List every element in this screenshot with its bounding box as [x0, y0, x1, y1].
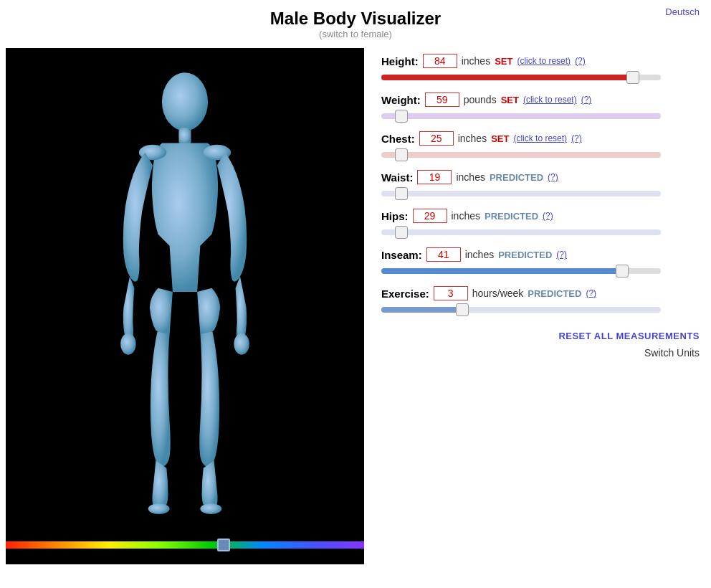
svg-point-7	[200, 503, 221, 514]
waist-label-row: Waist: inches PREDICTED (?)	[381, 170, 700, 184]
hips-slider-container	[381, 226, 700, 239]
weight-set[interactable]: SET	[501, 95, 519, 105]
hips-slider[interactable]	[381, 229, 661, 235]
switch-gender-anchor[interactable]: (switch to female)	[319, 29, 392, 39]
svg-rect-1	[178, 128, 191, 145]
body-visualizer	[6, 48, 364, 564]
exercise-input[interactable]	[434, 286, 468, 300]
waist-slider-container	[381, 187, 700, 200]
exercise-row: Exercise: hours/week PREDICTED (?)	[381, 286, 700, 316]
weight-label: Weight:	[381, 94, 421, 106]
chest-label: Chest:	[381, 133, 415, 145]
exercise-help[interactable]: (?)	[586, 288, 596, 298]
weight-label-row: Weight: pounds SET (click to reset) (?)	[381, 93, 700, 107]
hips-label: Hips:	[381, 210, 409, 222]
weight-unit: pounds	[464, 94, 497, 105]
body-figure	[6, 48, 364, 536]
main-layout: Height: inches SET (click to reset) (?) …	[0, 42, 711, 570]
bottom-buttons: RESET ALL MEASUREMENTS Switch Units	[381, 331, 700, 359]
exercise-slider[interactable]	[381, 307, 661, 313]
weight-row: Weight: pounds SET (click to reset) (?)	[381, 93, 700, 123]
chest-help[interactable]: (?)	[571, 133, 582, 143]
color-bar-slider[interactable]	[217, 539, 230, 551]
waist-label: Waist:	[381, 171, 413, 184]
exercise-label-row: Exercise: hours/week PREDICTED (?)	[381, 286, 700, 300]
waist-unit: inches	[456, 171, 485, 183]
body-svg	[77, 70, 292, 514]
language-link[interactable]: Deutsch	[665, 6, 700, 17]
hips-row: Hips: inches PREDICTED (?)	[381, 209, 700, 239]
svg-point-0	[162, 72, 208, 131]
chest-unit: inches	[458, 133, 487, 144]
height-row: Height: inches SET (click to reset) (?)	[381, 54, 700, 84]
page-header: Male Body Visualizer (switch to female)	[0, 0, 711, 42]
hips-input[interactable]	[413, 209, 447, 223]
svg-point-4	[120, 333, 135, 355]
height-input[interactable]	[423, 54, 457, 68]
height-slider[interactable]	[381, 75, 661, 80]
waist-predicted: PREDICTED	[490, 172, 543, 183]
inseam-label: Inseam:	[381, 249, 422, 261]
controls-panel: Height: inches SET (click to reset) (?) …	[364, 48, 711, 364]
waist-help[interactable]: (?)	[548, 172, 558, 182]
switch-gender-link[interactable]: (switch to female)	[0, 29, 711, 39]
weight-input[interactable]	[425, 93, 459, 107]
inseam-predicted: PREDICTED	[498, 250, 552, 260]
svg-point-6	[148, 503, 170, 514]
exercise-slider-container	[381, 303, 700, 316]
chest-slider-container	[381, 148, 700, 161]
svg-point-5	[234, 333, 249, 355]
height-unit: inches	[462, 55, 490, 67]
inseam-slider[interactable]	[381, 268, 661, 274]
height-label: Height:	[381, 55, 419, 67]
height-slider-container	[381, 71, 700, 84]
exercise-unit: hours/week	[472, 288, 524, 299]
waist-slider[interactable]	[381, 191, 661, 196]
exercise-label: Exercise:	[381, 288, 429, 300]
weight-help[interactable]: (?)	[581, 95, 592, 105]
weight-slider-container	[381, 110, 700, 123]
hips-label-row: Hips: inches PREDICTED (?)	[381, 209, 700, 223]
chest-row: Chest: inches SET (click to reset) (?)	[381, 131, 700, 161]
weight-slider[interactable]	[381, 113, 661, 119]
hips-help[interactable]: (?)	[543, 211, 553, 221]
color-bar	[6, 541, 364, 549]
inseam-help[interactable]: (?)	[556, 250, 567, 260]
reset-all-button[interactable]: RESET ALL MEASUREMENTS	[558, 331, 700, 341]
chest-reset[interactable]: (click to reset)	[513, 133, 567, 143]
inseam-unit: inches	[465, 249, 494, 260]
exercise-predicted: PREDICTED	[528, 288, 581, 299]
height-set[interactable]: SET	[495, 56, 512, 67]
weight-reset[interactable]: (click to reset)	[523, 95, 577, 105]
height-help[interactable]: (?)	[575, 56, 586, 66]
chest-set[interactable]: SET	[491, 133, 509, 144]
waist-row: Waist: inches PREDICTED (?)	[381, 170, 700, 200]
inseam-input[interactable]	[426, 247, 461, 262]
inseam-slider-container	[381, 265, 700, 278]
switch-units-button[interactable]: Switch Units	[644, 347, 700, 359]
page-title: Male Body Visualizer	[0, 9, 711, 29]
height-reset[interactable]: (click to reset)	[517, 56, 571, 66]
hips-predicted: PREDICTED	[485, 211, 538, 222]
inseam-label-row: Inseam: inches PREDICTED (?)	[381, 247, 700, 262]
inseam-row: Inseam: inches PREDICTED (?)	[381, 247, 700, 278]
chest-label-row: Chest: inches SET (click to reset) (?)	[381, 131, 700, 146]
height-label-row: Height: inches SET (click to reset) (?)	[381, 54, 700, 68]
chest-slider[interactable]	[381, 152, 661, 158]
waist-input[interactable]	[417, 170, 452, 184]
chest-input[interactable]	[419, 131, 454, 146]
hips-unit: inches	[452, 210, 480, 222]
